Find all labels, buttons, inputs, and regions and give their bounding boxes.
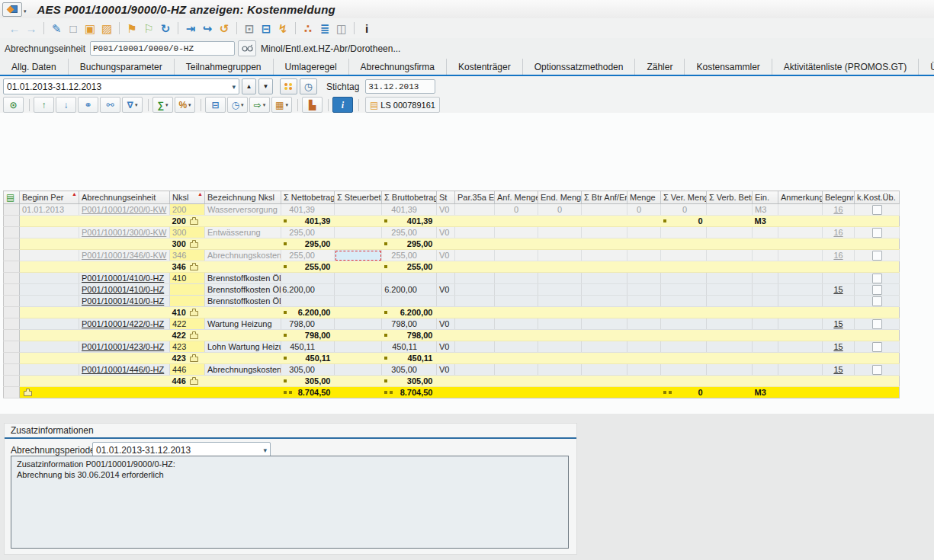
abrechnungseinheit-link[interactable]: P001/10001/423/0-HZ (82, 342, 164, 351)
kostuebernahme-checkbox[interactable] (872, 296, 882, 306)
tab-buchungsparameter[interactable]: Buchungsparameter (69, 59, 175, 75)
col-header-anf[interactable]: Anf. Menge (495, 191, 538, 204)
abrechnungseinheit-link[interactable]: P001/10001/410/0-HZ (82, 274, 164, 283)
abrechnungseinheit-link[interactable]: P001/10001/200/0-KW (82, 205, 166, 214)
row-selector[interactable] (4, 296, 20, 307)
col-header-netto[interactable]: Σ Nettobetrag (281, 191, 335, 204)
col-header-steuer[interactable]: Σ Steuerbetrag (335, 191, 382, 204)
belegnr-link[interactable]: 15 (833, 342, 843, 351)
find-next-button[interactable]: ⚯ (100, 97, 120, 113)
belegnr-link[interactable]: 15 (833, 319, 843, 328)
belegnr-link[interactable]: 15 (833, 365, 843, 374)
back-button[interactable]: ← (6, 21, 23, 36)
zusatz-textarea[interactable]: Zusatzinformation P001/10001/9000/0-HZ: … (11, 456, 569, 549)
belegnr-link[interactable]: 16 (833, 228, 843, 237)
system-menu-button[interactable] (2, 2, 22, 17)
exit-button[interactable]: ⇥ (182, 21, 199, 36)
abrechnungseinheit-link[interactable]: P001/10001/422/0-HZ (82, 319, 164, 328)
kostuebernahme-checkbox[interactable] (872, 228, 882, 238)
col-header-menge[interactable]: Menge (627, 191, 661, 204)
row-selector[interactable] (4, 318, 20, 330)
col-header-st[interactable]: St (437, 191, 455, 204)
print-button[interactable]: ⊟ (258, 21, 274, 36)
display-change-button[interactable]: ✎ (48, 21, 65, 36)
cancel-button[interactable]: ↺ (216, 21, 233, 36)
row-selector[interactable] (4, 250, 20, 261)
abrechnungseinheit-link[interactable]: P001/10001/410/0-HZ (82, 285, 164, 294)
abrechnungseinheit-input[interactable] (90, 41, 235, 56)
col-header-ein[interactable]: Ein. (753, 191, 778, 204)
belegnr-link[interactable]: 16 (833, 251, 843, 260)
dropdown-arrow-icon[interactable]: ▾ (188, 102, 191, 108)
graphics-button[interactable]: ▙ (302, 97, 323, 113)
col-header-kko[interactable]: k.Kost.Üb. (855, 191, 900, 204)
dropdown-arrow-icon[interactable]: ▾ (263, 102, 266, 108)
col-header-btr[interactable]: Σ Btr Anf/En (582, 191, 627, 204)
create-button[interactable]: □ (65, 21, 82, 36)
row-selector[interactable] (4, 216, 20, 227)
dropdown-arrow-icon[interactable]: ▾ (135, 102, 138, 108)
flag-button[interactable]: ⚐ (140, 21, 157, 36)
stichtag-input[interactable] (365, 79, 435, 94)
row-selector[interactable] (4, 341, 20, 353)
row-selector[interactable] (4, 330, 20, 341)
row-selector[interactable] (4, 261, 20, 273)
print-button[interactable]: ⊟ (205, 97, 226, 113)
kostuebernahme-checkbox[interactable] (872, 342, 882, 352)
details-button[interactable]: ⊙ (3, 97, 24, 113)
info-button[interactable]: i (332, 97, 353, 113)
kostuebernahme-checkbox[interactable] (872, 251, 882, 261)
stichtag-clock-button[interactable]: ◷ (300, 78, 317, 94)
row-selector[interactable] (4, 273, 20, 284)
hierarchy-button[interactable]: ∴ (300, 21, 316, 36)
table-settings-button[interactable]: ◫ (333, 21, 350, 36)
tab-umlageregel[interactable]: Umlageregel (274, 59, 349, 75)
row-selector[interactable] (4, 387, 20, 398)
next-screen-button[interactable]: ↪ (199, 21, 216, 36)
row-selector[interactable] (4, 204, 20, 216)
kostuebernahme-checkbox[interactable] (872, 274, 882, 283)
dropdown-arrow-icon[interactable]: ▾ (165, 102, 169, 108)
help-button[interactable]: i (358, 21, 375, 36)
belegnr-link[interactable]: 15 (833, 285, 843, 294)
abrechnungseinheit-link[interactable]: P001/10001/346/0-KW (82, 251, 166, 260)
abrechnungseinheit-link[interactable]: P001/10001/410/0-HZ (82, 296, 164, 306)
belegnr-link[interactable]: 16 (833, 205, 843, 214)
copy-button[interactable]: ▣ (82, 21, 98, 36)
row-selector[interactable] (4, 353, 20, 364)
col-header-ae[interactable]: Abrechnungseinheit (79, 191, 170, 204)
cell-steuer[interactable] (335, 250, 382, 261)
dropdown-arrow-icon[interactable]: ▾ (241, 102, 244, 108)
row-selector[interactable] (4, 376, 20, 387)
col-header-brutto[interactable]: Σ Bruttobetrag (382, 191, 437, 204)
tab-allg-daten[interactable]: Allg. Daten (0, 59, 69, 75)
col-header-beleg[interactable]: Belegnr (823, 191, 855, 204)
row-selector[interactable] (4, 238, 20, 250)
sort-services-button[interactable]: ≣ (316, 21, 333, 36)
paste-button[interactable]: ▨ (98, 21, 115, 36)
row-selector[interactable] (4, 307, 20, 318)
history-button[interactable]: ↯ (274, 21, 291, 36)
col-header-bez[interactable]: Bezeichnung Nksl (205, 191, 281, 204)
display-details-button[interactable] (238, 40, 256, 56)
kostuebernahme-checkbox[interactable] (872, 365, 882, 375)
period-options-button[interactable] (280, 78, 297, 94)
tab-kostensammler[interactable]: Kostensammler (685, 59, 772, 75)
print-preview-button[interactable]: ⊡ (241, 21, 258, 36)
assign-button[interactable]: ⚑ (124, 21, 140, 36)
col-header-beginn[interactable]: Beginn Per▲ (20, 191, 79, 204)
tab-kostenträger[interactable]: Kostenträger (447, 59, 523, 75)
abrechnungseinheit-link[interactable]: P001/10001/300/0-KW (82, 228, 166, 237)
tab-teilnahmegruppen[interactable]: Teilnahmegruppen (175, 59, 274, 75)
next-period-button[interactable]: ▼ (258, 78, 273, 94)
col-header-anm[interactable]: Anmerkung (778, 191, 823, 204)
row-selector[interactable] (4, 284, 20, 296)
select-all-header[interactable]: ▤ (4, 191, 20, 204)
layout-status-badge[interactable]: ▤ LS 000789161 (365, 97, 440, 113)
row-selector[interactable] (4, 227, 20, 238)
tab-abrechnungsfirma[interactable]: Abrechnungsfirma (349, 59, 447, 75)
row-selector[interactable] (4, 364, 20, 376)
find-button[interactable]: ⚭ (78, 97, 98, 113)
subtotal-button[interactable]: %▾ (175, 97, 195, 113)
tab-optionssatzmethoden[interactable]: Optionssatzmethoden (523, 59, 636, 75)
